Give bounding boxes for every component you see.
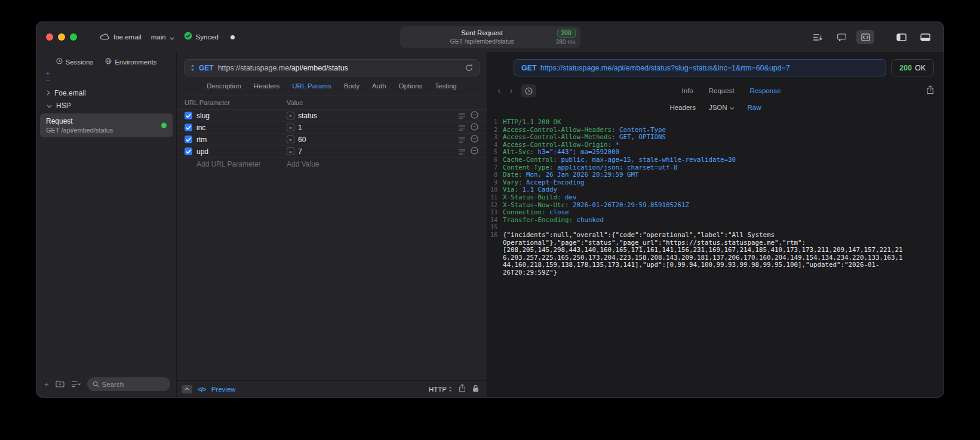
search-input[interactable] [102,381,165,388]
history-button[interactable] [521,84,536,97]
param-name[interactable]: inc [196,124,287,132]
request-summary-text: Sent Request GET /api/embed/status [408,29,556,45]
tab-body[interactable]: Body [344,82,360,90]
tab-environments[interactable]: Environments [105,58,156,66]
row-menu-icon[interactable] [459,110,465,121]
request-url[interactable]: https://statuspage.me/api/embed/status [218,64,348,72]
request-url-bar[interactable]: GET https://statuspage.me/api/embed/stat… [184,59,480,76]
sidebar: Sessions Environments + − Fo [36,52,177,397]
titlebar-toolbar [809,22,934,52]
chevron-down-icon [47,101,52,110]
row-remove-icon[interactable] [471,122,478,133]
comment-button[interactable] [832,30,850,44]
format-tab-label: Headers [669,104,695,111]
param-row: slug=status [177,110,487,122]
param-value[interactable]: 60 [298,136,306,144]
tree-item-foe-email[interactable]: Foe.email [36,87,176,99]
row-menu-icon[interactable] [459,122,465,133]
status-code-badge: 200 [557,29,576,38]
tab-testing[interactable]: Testing [435,82,456,90]
add-param-value[interactable]: Add Value [287,160,320,168]
share-request-button[interactable] [459,384,466,395]
minimize-window-button[interactable] [58,33,65,41]
line-content: Transfer-Encoding: chunked [503,217,944,224]
tab-url-params[interactable]: URL Params [292,82,331,90]
remove-item-button[interactable]: − [45,78,51,84]
param-value[interactable]: 7 [298,147,302,156]
row-remove-icon[interactable] [471,146,478,157]
toggle-sidebar-button[interactable] [892,30,910,44]
line-number: 9 [487,179,503,187]
tab-options[interactable]: Options [399,82,423,90]
sync-status-label: Synced [196,33,219,41]
tab-auth[interactable]: Auth [372,82,386,90]
request-method[interactable]: GET [199,64,214,72]
code-export-button[interactable] [809,30,827,44]
line-number: 14 [487,217,503,224]
view-options-button[interactable] [71,379,81,390]
tab-info[interactable]: Info [682,87,693,94]
param-checkbox[interactable] [185,112,192,119]
history-back-button[interactable]: ‹ [493,84,505,97]
equals-icon: = [287,112,294,119]
add-param-name[interactable]: Add URL Parameter [196,160,287,168]
resend-request-button[interactable] [465,64,473,72]
request-list-item[interactable]: Request GET /api/embed/status [40,113,173,137]
param-name[interactable]: slug [196,112,287,120]
tab-headers[interactable]: Headers [254,82,279,90]
new-folder-button[interactable] [56,379,64,390]
preview-button[interactable]: Preview [211,386,236,393]
param-value[interactable]: status [298,112,317,120]
project-selector[interactable]: foe.email [100,33,142,41]
sync-status[interactable]: Synced [184,32,219,42]
app-window: foe.email main Synced Sent Request GET /… [36,21,944,398]
param-checkbox[interactable] [185,147,192,155]
tab-request[interactable]: Request [709,87,735,94]
tab-response[interactable]: Response [750,87,781,94]
row-menu-icon[interactable] [459,134,465,145]
row-remove-icon[interactable] [471,110,478,121]
format-tab-json[interactable]: JSON [709,104,735,111]
response-panel: GET https://statuspage.me/api/embed/stat… [487,52,944,397]
branch-selector[interactable]: main [151,32,174,42]
titlebar: foe.email main Synced Sent Request GET /… [36,22,944,52]
protocol-selector[interactable]: HTTP [429,386,452,393]
format-tab-headers[interactable]: Headers [669,104,695,111]
close-window-button[interactable] [46,33,53,41]
param-name[interactable]: upd [196,147,287,156]
tab-sessions-label: Sessions [66,59,94,66]
collapse-panel-button[interactable] [182,385,192,393]
toggle-bottom-panel-button[interactable] [916,30,934,44]
zoom-window-button[interactable] [70,33,77,41]
export-response-button[interactable] [926,85,934,97]
param-value[interactable]: 1 [298,124,302,132]
layout-editor-button[interactable] [856,30,874,44]
format-tab-raw[interactable]: Raw [748,104,761,111]
sidebar-footer: + [36,373,176,397]
sidebar-search[interactable] [87,377,170,391]
request-summary-pill[interactable]: Sent Request GET /api/embed/status 200 2… [400,26,580,48]
param-name[interactable]: rtm [196,136,287,144]
line-number: 11 [487,194,503,202]
row-remove-icon[interactable] [471,134,478,145]
tree-item-label: Foe.email [54,89,86,97]
param-checkbox[interactable] [185,124,192,131]
branch-name: main [151,33,166,41]
line-number: 6 [487,156,503,164]
response-nav: ‹ › InfoRequestResponse [493,84,934,97]
tab-sessions[interactable]: Sessions [56,58,94,66]
list-options-icon [71,381,81,387]
history-forward-button[interactable]: › [505,84,517,97]
add-request-button[interactable]: + [44,380,49,389]
row-menu-icon[interactable] [459,146,465,157]
request-summary-title: Sent Request [408,29,556,37]
sync-check-icon [184,32,192,42]
lock-button[interactable] [472,384,479,395]
request-success-dot [161,123,167,128]
tree-item-hsp[interactable]: HSP [36,99,176,112]
param-checkbox[interactable] [185,136,192,143]
response-body[interactable]: 1HTTP/1.1 200 OK2Access-Control-Allow-He… [487,119,944,397]
sent-request-url[interactable]: GET https://statuspage.me/api/embed/stat… [514,59,886,76]
refresh-icon [465,64,473,72]
tab-description[interactable]: Description [207,82,241,90]
